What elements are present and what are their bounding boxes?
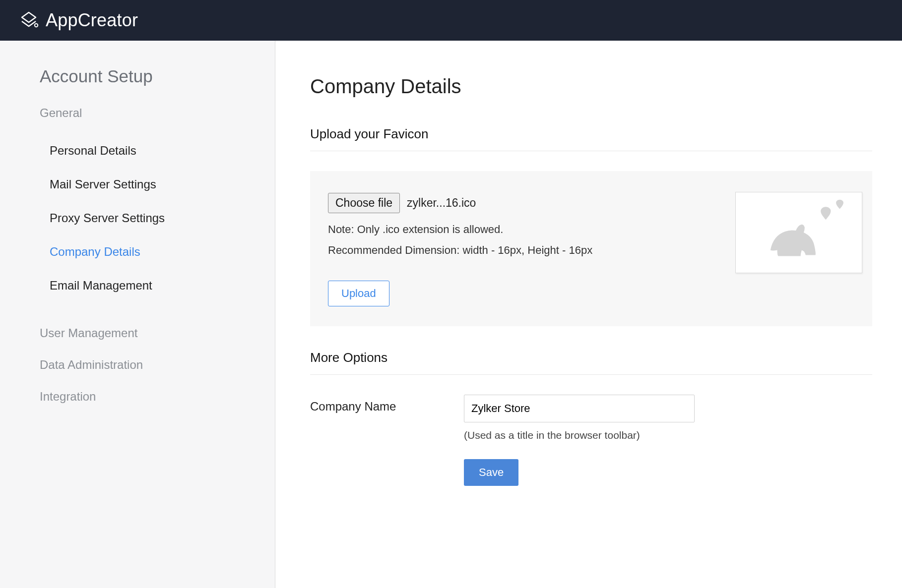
favicon-preview [735, 192, 862, 273]
upload-button[interactable]: Upload [328, 281, 389, 306]
sidebar-title: Account Setup [40, 66, 275, 86]
sidebar-item-integration[interactable]: Integration [40, 381, 275, 412]
brand-text: AppCreator [46, 10, 138, 31]
sidebar-item-email-management[interactable]: Email Management [40, 269, 275, 302]
favicon-heading: Upload your Favicon [310, 126, 872, 151]
company-name-label: Company Name [310, 395, 424, 413]
sidebar: Account Setup General Personal Details M… [0, 41, 275, 588]
svg-point-0 [35, 24, 38, 27]
brand: AppCreator [19, 10, 138, 31]
sidebar-item-personal-details[interactable]: Personal Details [40, 134, 275, 168]
favicon-panel: Choose file zylker...16.ico Note: Only .… [310, 171, 872, 326]
company-name-hint: (Used as a title in the browser toolbar) [464, 429, 695, 441]
choose-file-button[interactable]: Choose file [328, 193, 400, 213]
sidebar-item-user-management[interactable]: User Management [40, 317, 275, 349]
main-content: Company Details Upload your Favicon Choo… [275, 41, 902, 588]
topbar: AppCreator [0, 0, 902, 41]
sidebar-section-general[interactable]: General [40, 106, 275, 120]
sidebar-item-data-administration[interactable]: Data Administration [40, 349, 275, 381]
more-options-heading: More Options [310, 350, 872, 375]
app-logo-icon [19, 10, 39, 30]
company-name-input[interactable] [464, 395, 695, 422]
sidebar-item-proxy-server[interactable]: Proxy Server Settings [40, 201, 275, 235]
sidebar-item-company-details[interactable]: Company Details [40, 235, 275, 269]
save-button[interactable]: Save [464, 459, 518, 486]
selected-filename: zylker...16.ico [407, 196, 476, 210]
sidebar-item-mail-server[interactable]: Mail Server Settings [40, 168, 275, 201]
page-title: Company Details [310, 75, 872, 98]
